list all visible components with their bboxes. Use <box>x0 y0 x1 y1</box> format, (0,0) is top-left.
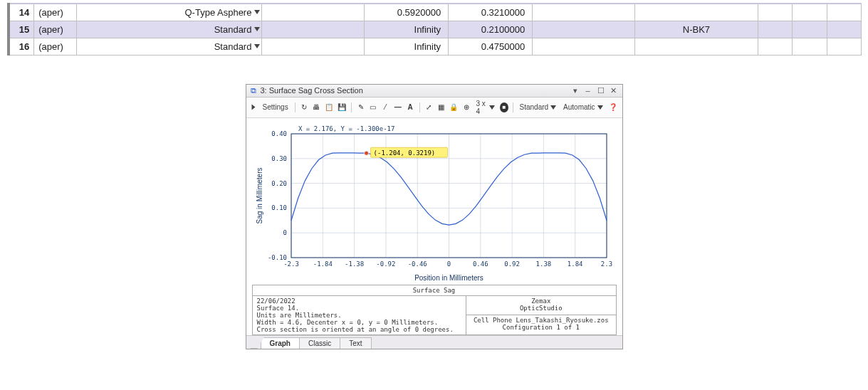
empty-cell[interactable] <box>262 21 365 38</box>
svg-text:-0.92: -0.92 <box>376 260 395 268</box>
pin-icon[interactable]: ▾ <box>571 86 580 95</box>
material-cell[interactable]: N-BK7 <box>634 21 758 38</box>
empty-cell[interactable] <box>262 4 365 21</box>
help-icon[interactable]: ❓ <box>608 102 618 113</box>
zoom-level[interactable]: 3 x 4 <box>474 100 497 115</box>
expand-icon[interactable] <box>251 105 255 110</box>
plot-toolbar: Settings ↻ 🖶 📋 💾 ✎ ▭ ∕ — A ⤢ ▦ 🔒 ⊕ 3 x 4… <box>246 98 622 118</box>
surface-type-cell[interactable]: Standard <box>76 38 262 55</box>
table-row[interactable]: 15 (aper) Standard Infinity 0.2100000 N-… <box>9 21 862 38</box>
tab-text[interactable]: Text <box>340 337 371 349</box>
separator <box>295 102 296 112</box>
row-number[interactable]: 15 <box>9 21 34 38</box>
plot-footer: Surface Sag 22/06/2022 Surface 14. Units… <box>252 285 617 335</box>
surface-sag-window: ⧉ 3: Surface Sag Cross Section ▾ – ☐ ✕ S… <box>246 84 623 349</box>
close-button[interactable]: ✕ <box>610 86 618 95</box>
line-icon[interactable]: ∕ <box>381 102 390 113</box>
svg-text:Sag in Millimeters: Sag in Millimeters <box>256 167 263 223</box>
surface-type-cell[interactable]: Q-Type Asphere <box>76 4 262 21</box>
comment-cell[interactable]: (aper) <box>34 38 76 55</box>
lock-icon[interactable]: 🔒 <box>449 102 459 113</box>
surface-type-cell[interactable]: Standard <box>76 21 262 38</box>
separator <box>419 102 420 112</box>
svg-text:X = 2.176, Y = -1.300e-17: X = 2.176, Y = -1.300e-17 <box>298 125 394 132</box>
svg-text:1.38: 1.38 <box>535 260 551 268</box>
empty-cell[interactable] <box>793 38 827 55</box>
svg-point-36 <box>364 151 368 155</box>
zoom-rect-icon[interactable]: ▦ <box>436 102 446 113</box>
surface-type-label: Q-Type Asphere <box>184 7 251 18</box>
empty-cell[interactable] <box>793 21 827 38</box>
radius-cell[interactable]: Infinity <box>365 21 449 38</box>
comment-cell[interactable]: (aper) <box>34 4 76 21</box>
empty-cell[interactable] <box>533 4 635 21</box>
comment-cell[interactable]: (aper) <box>34 21 76 38</box>
minimize-button[interactable]: – <box>584 86 592 95</box>
row-number[interactable]: 14 <box>9 4 34 21</box>
vendor-cell: Zemax OpticStudio <box>466 295 616 315</box>
empty-cell[interactable] <box>827 21 861 38</box>
chart-icon: ⧉ <box>251 86 256 95</box>
rect-icon[interactable]: ▭ <box>368 102 377 113</box>
refresh-icon[interactable]: ↻ <box>299 102 308 113</box>
separator <box>351 102 352 112</box>
surface-type-label: Standard <box>214 24 252 35</box>
dropdown-icon[interactable] <box>254 44 260 48</box>
dropdown-icon <box>489 105 495 110</box>
scale-mode-dropdown[interactable]: Automatic <box>561 103 605 111</box>
row-number[interactable]: 16 <box>9 38 34 55</box>
dropdown-icon[interactable] <box>254 10 260 14</box>
thickness-cell[interactable]: 0.3210000 <box>449 4 533 21</box>
thickness-cell[interactable]: 0.2100000 <box>449 21 533 38</box>
minus-icon[interactable]: — <box>393 102 402 113</box>
material-cell[interactable] <box>634 4 758 21</box>
maximize-button[interactable]: ☐ <box>597 86 605 95</box>
plot-area[interactable]: X = 2.176, Y = -1.300e-17-2.3-1.84-1.38-… <box>246 118 622 335</box>
empty-cell[interactable] <box>262 38 365 55</box>
empty-cell[interactable] <box>827 4 861 21</box>
text-a-icon[interactable]: A <box>405 102 414 113</box>
svg-text:Position in Millimeters: Position in Millimeters <box>414 274 483 282</box>
svg-text:-2.3: -2.3 <box>283 260 299 268</box>
lens-data-table[interactable]: 14 (aper) Q-Type Asphere 0.5920000 0.321… <box>7 3 862 56</box>
empty-cell[interactable] <box>758 38 793 55</box>
pencil-icon[interactable]: ✎ <box>356 102 365 113</box>
window-titlebar[interactable]: ⧉ 3: Surface Sag Cross Section ▾ – ☐ ✕ <box>246 85 622 98</box>
radius-cell[interactable]: Infinity <box>365 38 449 55</box>
svg-text:-0.46: -0.46 <box>407 260 427 268</box>
svg-text:0: 0 <box>446 260 450 268</box>
svg-text:2.3: 2.3 <box>600 260 612 268</box>
print-icon[interactable]: 🖶 <box>312 102 321 113</box>
dropdown-icon <box>597 105 603 110</box>
stop-icon[interactable]: ■ <box>500 102 508 112</box>
settings-button[interactable]: Settings <box>261 103 291 111</box>
empty-cell[interactable] <box>533 21 635 38</box>
svg-text:1.84: 1.84 <box>567 260 582 268</box>
file-cell: Cell Phone Lens_Takashi_Ryosuke.zos Conf… <box>466 315 616 335</box>
empty-cell[interactable] <box>533 38 635 55</box>
sag-chart[interactable]: X = 2.176, Y = -1.300e-17-2.3-1.84-1.38-… <box>252 121 615 285</box>
dropdown-icon[interactable] <box>254 27 260 31</box>
thickness-cell[interactable]: 0.4750000 <box>449 38 533 55</box>
target-icon[interactable]: ⊕ <box>461 102 471 113</box>
render-mode-dropdown[interactable]: Standard <box>518 103 559 111</box>
empty-cell[interactable] <box>793 4 827 21</box>
empty-cell[interactable] <box>758 21 793 38</box>
radius-cell[interactable]: 0.5920000 <box>365 4 449 21</box>
table-row[interactable]: 14 (aper) Q-Type Asphere 0.5920000 0.321… <box>9 4 862 21</box>
separator <box>513 102 513 112</box>
copy-icon[interactable]: 📋 <box>324 102 334 113</box>
tab-classic[interactable]: Classic <box>299 337 340 349</box>
svg-text:0.30: 0.30 <box>271 154 287 162</box>
empty-cell[interactable] <box>758 4 793 21</box>
table-row[interactable]: 16 (aper) Standard Infinity 0.4750000 <box>9 38 862 55</box>
material-cell[interactable] <box>634 38 758 55</box>
save-icon[interactable]: 💾 <box>337 102 347 113</box>
empty-cell[interactable] <box>827 38 861 55</box>
tab-graph[interactable]: Graph <box>261 337 300 349</box>
svg-text:-1.84: -1.84 <box>313 260 332 268</box>
plot-tabstrip: Graph Classic Text <box>246 335 622 349</box>
svg-text:0: 0 <box>283 229 286 236</box>
svg-text:0.46: 0.46 <box>472 260 488 268</box>
zoom-out-icon[interactable]: ⤢ <box>424 102 433 113</box>
